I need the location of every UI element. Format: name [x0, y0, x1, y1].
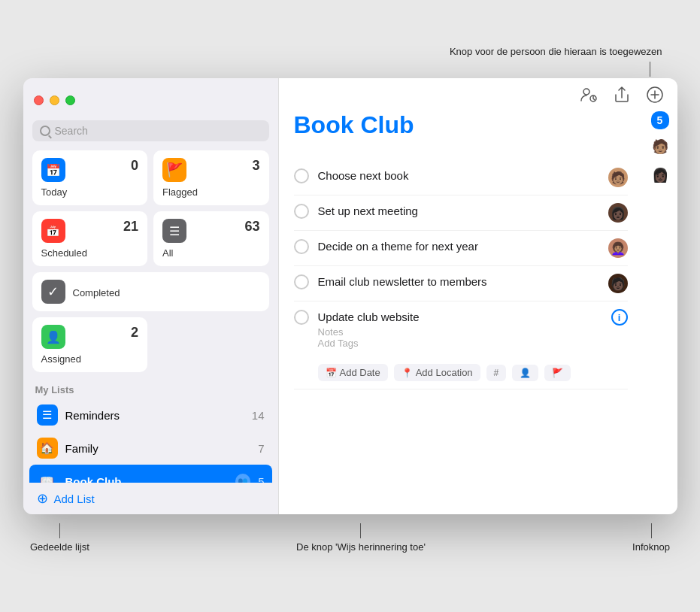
today-icon: 📅 [41, 158, 65, 182]
add-location-button[interactable]: 📍 Add Location [394, 364, 480, 381]
all-label: All [162, 247, 173, 259]
assigned-label: Assigned [41, 353, 81, 365]
task-item: Email club newsletter to members 🧑🏿 [294, 266, 628, 301]
flagged-icon: 🚩 [162, 158, 186, 182]
app-window: Search 📅 Today 0 🚩 Flagged 3 📅 [23, 78, 677, 514]
reminders-name: Reminders [65, 409, 244, 422]
maximize-button[interactable] [65, 95, 75, 105]
flag-icon: 🚩 [552, 368, 563, 378]
assign-person-button[interactable] [578, 84, 599, 105]
task-item: Choose next book 🧑🏽 [294, 160, 628, 195]
smart-lists-grid: 📅 Today 0 🚩 Flagged 3 📅 Scheduled 21 [23, 147, 278, 378]
task-notes[interactable]: Notes [318, 326, 602, 338]
all-count: 63 [244, 219, 259, 235]
reminders-count: 14 [252, 409, 265, 422]
info-button[interactable]: i [611, 309, 628, 326]
bookclub-count: 5 [258, 475, 264, 483]
task-actions: 📅 Add Date 📍 Add Location # [318, 364, 571, 381]
add-location-label: Add Location [416, 367, 473, 378]
all-icon: ☰ [162, 219, 186, 243]
smart-list-today[interactable]: 📅 Today 0 [32, 150, 148, 205]
add-list-icon: ⊕ [37, 490, 48, 507]
add-date-label: Add Date [340, 367, 380, 378]
task-avatar: 🧑🏽 [608, 168, 628, 187]
share-button[interactable] [611, 84, 632, 105]
task-checkbox[interactable] [294, 168, 309, 183]
task-tags[interactable]: Add Tags [318, 338, 602, 349]
annotation-shared-list: Gedeelde lijst [30, 523, 89, 553]
task-checkbox[interactable] [294, 204, 309, 219]
location-icon: 📍 [402, 368, 413, 378]
annotation-info-button: Infoknop [632, 523, 670, 553]
bookclub-name: Book Club [65, 475, 229, 483]
task-checkbox[interactable] [294, 239, 309, 254]
list-item-reminders[interactable]: ☰ Reminders 14 [29, 398, 272, 432]
task-item-expanded: Update club website Notes Add Tags i 📅 [294, 301, 628, 389]
task-text: Decide on a theme for next year [318, 238, 599, 254]
bookclub-icon: 📖 [37, 471, 58, 483]
minimize-button[interactable] [50, 95, 59, 105]
list-item-family[interactable]: 🏠 Family 7 [29, 432, 272, 465]
add-list-button[interactable]: ⊕ Add List [23, 483, 278, 514]
right-avatar-2: 👩🏿 [649, 164, 671, 186]
main-body: Book Club Choose next book 🧑🏽 [279, 111, 643, 514]
list-item-bookclub[interactable]: 📖 Book Club 👥 5 [29, 465, 272, 483]
flagged-count: 3 [252, 158, 259, 174]
flagged-label: Flagged [162, 186, 198, 198]
main-toolbar [279, 78, 677, 111]
scheduled-count: 21 [123, 219, 138, 235]
add-tag-button[interactable]: # [486, 365, 507, 381]
shared-icon: 👥 [235, 474, 250, 483]
task-text: Set up next meeting [318, 203, 599, 219]
add-task-button[interactable] [644, 84, 665, 105]
task-checkbox[interactable] [294, 274, 309, 289]
reminders-icon: ☰ [37, 404, 58, 426]
task-avatar: 🧑🏿 [608, 274, 628, 293]
close-button[interactable] [34, 95, 44, 105]
family-icon: 🏠 [37, 438, 58, 459]
calendar-icon: 📅 [326, 368, 337, 378]
assigned-icon: 👤 [41, 325, 65, 349]
add-list-label: Add List [54, 492, 95, 505]
task-item: Set up next meeting 👩🏿 [294, 195, 628, 231]
task-avatar: 👩🏽‍🦱 [608, 238, 628, 258]
smart-list-all[interactable]: ☰ All 63 [153, 211, 269, 266]
annotation-assign-button: De knop 'Wijs herinnering toe' [296, 523, 426, 553]
task-list: Choose next book 🧑🏽 Set up next meeting … [294, 160, 628, 514]
my-lists-label: My Lists [23, 378, 278, 398]
family-count: 7 [258, 442, 264, 455]
add-date-button[interactable]: 📅 Add Date [318, 364, 388, 381]
search-placeholder: Search [55, 125, 88, 137]
list-badge: 5 [651, 111, 669, 129]
assign-button[interactable]: 👤 [512, 365, 538, 381]
completed-icon: ✓ [41, 280, 65, 304]
scheduled-icon: 📅 [41, 219, 65, 243]
today-count: 0 [131, 158, 138, 174]
list-title: Book Club [294, 111, 414, 139]
task-checkbox[interactable] [294, 310, 309, 325]
task-text: Choose next book [318, 168, 599, 183]
search-icon [40, 126, 50, 136]
flag-button[interactable]: 🚩 [544, 365, 571, 381]
task-main-row: Update club website Notes Add Tags i [294, 309, 628, 349]
today-label: Today [41, 186, 68, 198]
task-avatar: 👩🏿 [608, 203, 628, 223]
assign-icon: 👤 [520, 368, 531, 378]
task-text: Update club website [318, 309, 602, 325]
tag-icon: # [494, 368, 499, 378]
list-items: ☰ Reminders 14 🏠 Family 7 📖 Book Club 👥 … [23, 398, 278, 483]
smart-list-flagged[interactable]: 🚩 Flagged 3 [153, 150, 269, 205]
search-bar[interactable]: Search [32, 120, 269, 141]
smart-list-assigned[interactable]: 👤 Assigned 2 [32, 317, 148, 372]
task-text: Email club newsletter to members [318, 274, 599, 289]
main-content: Book Club Choose next book 🧑🏽 [279, 78, 677, 514]
smart-list-completed[interactable]: ✓ Completed [32, 272, 269, 311]
sidebar: Search 📅 Today 0 🚩 Flagged 3 📅 [23, 78, 279, 514]
family-name: Family [65, 442, 251, 455]
scheduled-label: Scheduled [41, 247, 87, 259]
completed-label: Completed [73, 287, 120, 298]
task-item: Decide on a theme for next year 👩🏽‍🦱 [294, 231, 628, 266]
top-annotation: Knop voor de persoon die hieraan is toeg… [450, 45, 662, 59]
smart-list-scheduled[interactable]: 📅 Scheduled 21 [32, 211, 148, 266]
right-avatar-1: 🧑🏽 [649, 135, 671, 158]
